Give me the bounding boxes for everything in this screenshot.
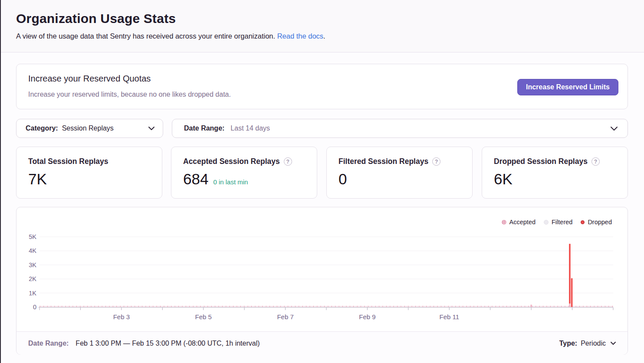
usage-chart[interactable]: Feb 3Feb 5Feb 7Feb 9Feb 1101K2K3K4K5K Ac… bbox=[16, 207, 628, 331]
stat-card-total: Total Session Replays 7K bbox=[16, 147, 162, 199]
svg-text:Feb 3: Feb 3 bbox=[113, 313, 130, 320]
svg-text:Feb 5: Feb 5 bbox=[195, 313, 212, 320]
svg-text:4K: 4K bbox=[29, 247, 36, 254]
chevron-down-icon bbox=[148, 126, 155, 131]
category-select-value: Session Replays bbox=[62, 124, 114, 132]
stat-card-title: Total Session Replays bbox=[28, 157, 108, 166]
svg-text:Feb 9: Feb 9 bbox=[359, 313, 375, 320]
footer-date-range-label: Date Range: bbox=[28, 340, 69, 347]
svg-text:1K: 1K bbox=[29, 290, 36, 297]
stat-card-title: Filtered Session Replays bbox=[338, 157, 428, 166]
page-title: Organization Usage Stats bbox=[16, 11, 628, 26]
svg-text:0: 0 bbox=[33, 304, 36, 311]
usage-chart-svg: Feb 3Feb 5Feb 7Feb 9Feb 1101K2K3K4K5K bbox=[16, 207, 628, 331]
stat-card-trend: 0 in last min bbox=[213, 178, 248, 186]
category-select-label: Category: bbox=[26, 124, 58, 132]
date-range-select-value: Last 14 days bbox=[230, 124, 270, 132]
legend-item-dropped[interactable]: Dropped bbox=[581, 219, 612, 226]
stat-card-value: 6K bbox=[494, 170, 513, 188]
footer-date-range-value: Feb 1 3:00 PM — Feb 15 3:00 PM (-08:00 U… bbox=[76, 340, 260, 347]
help-icon[interactable]: ? bbox=[432, 157, 440, 166]
read-the-docs-link[interactable]: Read the docs bbox=[277, 32, 323, 40]
legend-label: Dropped bbox=[588, 219, 612, 226]
chart-footer: Date Range: Feb 1 3:00 PM — Feb 15 3:00 … bbox=[16, 331, 628, 355]
stat-card-filtered: Filtered Session Replays ? 0 bbox=[326, 147, 473, 199]
legend-item-filtered[interactable]: Filtered bbox=[544, 219, 572, 226]
svg-text:3K: 3K bbox=[29, 262, 36, 268]
legend-item-accepted[interactable]: Accepted bbox=[502, 219, 536, 226]
svg-text:Feb 7: Feb 7 bbox=[277, 313, 293, 320]
stat-card-value: 684 bbox=[183, 170, 208, 188]
svg-text:2K: 2K bbox=[29, 275, 36, 282]
page-subtitle: A view of the usage data that Sentry has… bbox=[16, 32, 628, 40]
svg-text:5K: 5K bbox=[29, 233, 36, 240]
page-subtitle-text: A view of the usage data that Sentry has… bbox=[16, 32, 275, 40]
type-select-value: Periodic bbox=[581, 340, 606, 347]
date-range-select-label: Date Range: bbox=[184, 124, 224, 132]
help-icon[interactable]: ? bbox=[284, 157, 292, 166]
stat-card-accepted: Accepted Session Replays ? 684 0 in last… bbox=[171, 147, 317, 199]
reserved-quota-banner: Increase your Reserved Quotas Increase y… bbox=[16, 64, 628, 109]
chart-legend: Accepted Filtered Dropped bbox=[502, 219, 612, 226]
type-select[interactable]: Type: Periodic bbox=[559, 340, 616, 347]
page-header: Organization Usage Stats A view of the u… bbox=[0, 0, 644, 52]
stat-card-title: Accepted Session Replays bbox=[183, 157, 280, 166]
stat-card-title: Dropped Session Replays bbox=[494, 157, 588, 166]
chevron-down-icon bbox=[610, 126, 618, 131]
usage-chart-card: Feb 3Feb 5Feb 7Feb 9Feb 1101K2K3K4K5K Ac… bbox=[16, 207, 628, 355]
accepted-series-icon bbox=[502, 220, 506, 225]
date-range-select[interactable]: Date Range: Last 14 days bbox=[172, 119, 628, 138]
dropped-series-icon bbox=[581, 220, 585, 224]
type-select-label: Type: bbox=[559, 340, 577, 347]
stat-card-value: 7K bbox=[28, 170, 47, 188]
stat-card-value: 0 bbox=[338, 170, 347, 188]
help-icon[interactable]: ? bbox=[591, 157, 600, 166]
page-subtitle-period: . bbox=[323, 32, 325, 40]
chevron-down-icon bbox=[610, 341, 616, 345]
filtered-series-icon bbox=[544, 220, 549, 225]
legend-label: Filtered bbox=[552, 219, 572, 226]
legend-label: Accepted bbox=[509, 219, 536, 226]
svg-text:Feb 11: Feb 11 bbox=[439, 313, 459, 320]
app-left-edge bbox=[0, 0, 1, 363]
stat-card-dropped: Dropped Session Replays ? 6K bbox=[482, 147, 628, 199]
increase-reserved-limits-button[interactable]: Increase Reserved Limits bbox=[517, 79, 618, 95]
category-select[interactable]: Category: Session Replays bbox=[16, 119, 163, 138]
